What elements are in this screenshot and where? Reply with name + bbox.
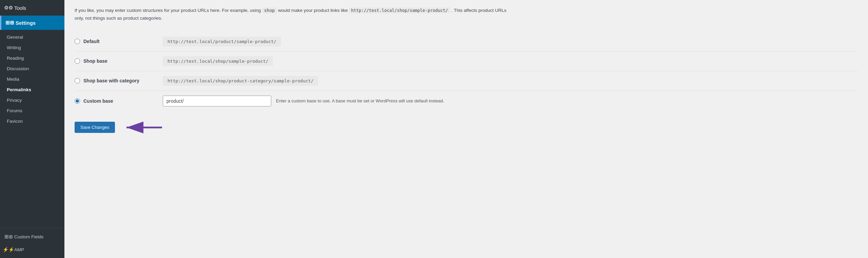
url-shop-base-category: http://test.local/shop/product-category/…: [163, 76, 318, 86]
arrow-annotation: [123, 121, 164, 134]
sidebar-item-favicon[interactable]: Favicon: [0, 116, 64, 126]
option-value-default: http://test.local/product/sample-product…: [163, 37, 858, 46]
intro-paragraph: If you like, you may enter custom struct…: [75, 7, 515, 22]
option-row-shop-base: Shop base http://test.local/shop/sample-…: [75, 52, 858, 71]
wrench-icon: ⚙: [5, 5, 12, 11]
custom-fields-label: Custom Fields: [14, 234, 43, 239]
option-row-custom-base: Custom base Enter a custom base to use. …: [75, 91, 858, 111]
sidebar-item-media[interactable]: Media: [0, 74, 64, 84]
amp-icon: ⚡: [5, 246, 12, 253]
option-value-custom-base: Enter a custom base to use. A base must …: [163, 96, 858, 106]
settings-icon: ⊞: [7, 20, 13, 26]
sidebar-item-writing[interactable]: Writing: [0, 42, 64, 53]
sidebar-item-custom-fields[interactable]: ⊞ Custom Fields: [0, 230, 64, 243]
url-shop-base: http://test.local/shop/sample-product/: [163, 56, 273, 66]
sidebar-item-general[interactable]: General: [0, 32, 64, 42]
sidebar-item-tools[interactable]: ⚙ Tools: [0, 0, 64, 16]
option-label-custom-base[interactable]: Custom base: [75, 98, 163, 104]
custom-base-hint: Enter a custom base to use. A base must …: [276, 98, 444, 103]
sidebar-item-amp[interactable]: ⚡ AMP: [0, 243, 64, 256]
custom-base-input[interactable]: [163, 96, 271, 106]
radio-shop-base[interactable]: [75, 58, 80, 64]
option-row-default: Default http://test.local/product/sample…: [75, 32, 858, 52]
option-label-default-text: Default: [83, 39, 99, 44]
radio-shop-base-category[interactable]: [75, 78, 80, 83]
option-label-shop-base-category-text: Shop base with category: [83, 78, 139, 83]
intro-code-shop: shop: [262, 7, 277, 13]
sidebar-item-privacy[interactable]: Privacy: [0, 95, 64, 105]
option-value-shop-base: http://test.local/shop/sample-product/: [163, 56, 858, 66]
radio-default[interactable]: [75, 39, 80, 44]
option-label-shop-base-category[interactable]: Shop base with category: [75, 78, 163, 83]
sidebar-item-discussion[interactable]: Discussion: [0, 63, 64, 74]
sidebar-item-forums[interactable]: Forums: [0, 105, 64, 116]
permalink-options: Default http://test.local/product/sample…: [75, 32, 858, 111]
sidebar-item-settings[interactable]: ⊞ Settings: [0, 16, 64, 30]
option-row-shop-base-category: Shop base with category http://test.loca…: [75, 71, 858, 91]
purple-arrow-icon: [123, 121, 164, 134]
radio-custom-base[interactable]: [75, 98, 80, 104]
sidebar: ⚙ Tools ⊞ Settings General Writing Readi…: [0, 0, 64, 258]
amp-label: AMP: [14, 247, 24, 252]
sidebar-settings-label: Settings: [16, 20, 36, 26]
option-label-default[interactable]: Default: [75, 39, 163, 44]
sidebar-bottom: ⊞ Custom Fields ⚡ AMP: [0, 228, 64, 258]
save-area: Save Changes: [75, 121, 858, 134]
intro-text-middle: would make your product links like: [278, 8, 349, 13]
sidebar-tools-label: Tools: [14, 5, 26, 11]
option-label-custom-base-text: Custom base: [83, 98, 113, 104]
option-label-shop-base[interactable]: Shop base: [75, 58, 163, 64]
main-content: If you like, you may enter custom struct…: [64, 0, 868, 258]
sidebar-nav: General Writing Reading Discussion Media…: [0, 30, 64, 128]
intro-url-example: http://test.local/shop/sample-product/: [349, 7, 450, 13]
option-label-shop-base-text: Shop base: [83, 58, 107, 64]
option-value-shop-base-category: http://test.local/shop/product-category/…: [163, 76, 858, 86]
intro-text-before: If you like, you may enter custom struct…: [75, 8, 262, 13]
save-changes-button[interactable]: Save Changes: [75, 122, 115, 133]
url-default: http://test.local/product/sample-product…: [163, 37, 281, 46]
sidebar-item-reading[interactable]: Reading: [0, 53, 64, 63]
save-changes-label: Save Changes: [80, 125, 109, 130]
sidebar-item-permalinks[interactable]: Permalinks: [0, 84, 64, 95]
custom-fields-icon: ⊞: [5, 234, 12, 240]
